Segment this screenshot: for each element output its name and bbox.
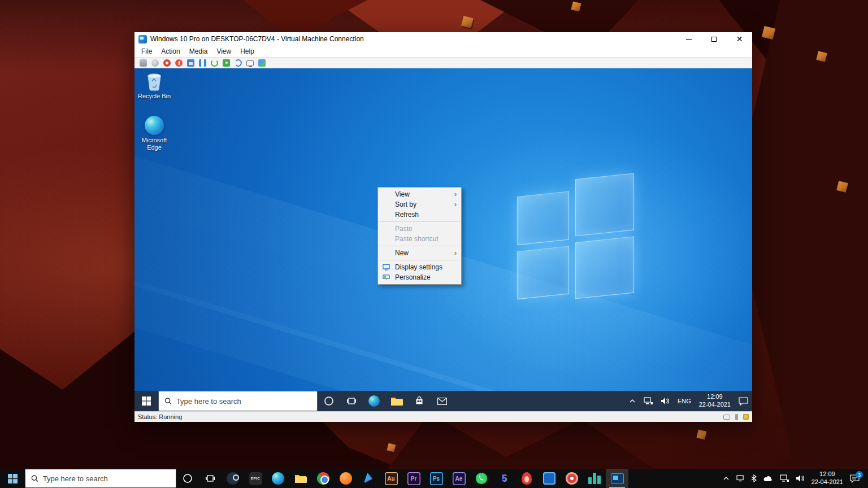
clock-time: 12:09 xyxy=(707,393,723,401)
taskbar-app-hyperv[interactable] xyxy=(606,469,628,488)
host-tray-volume[interactable] xyxy=(792,469,808,488)
host-tray-chevron[interactable] xyxy=(719,469,733,488)
vm-tray-chevron[interactable] xyxy=(625,391,640,411)
taskbar-app-premiere[interactable]: Pr xyxy=(402,469,425,488)
vm-cortana-button[interactable] xyxy=(318,391,340,411)
shut-down-icon[interactable] xyxy=(175,59,183,67)
menu-action[interactable]: Action xyxy=(157,46,184,56)
photoshop-icon: Ps xyxy=(430,472,443,485)
taskbar-app-orange[interactable] xyxy=(335,469,357,488)
host-tray-monitor[interactable] xyxy=(733,469,748,488)
cloud-icon xyxy=(763,476,773,482)
host-search-box[interactable] xyxy=(25,469,176,488)
cortana-icon xyxy=(183,473,193,483)
host-tray-onedrive[interactable] xyxy=(760,469,776,488)
taskbar-app-edge-dev[interactable]: 5 xyxy=(493,469,515,488)
bluetooth-icon xyxy=(751,474,757,482)
context-menu-item-personalize[interactable]: Personalize xyxy=(378,272,461,282)
personalize-icon xyxy=(383,274,390,281)
pause-icon[interactable] xyxy=(199,59,206,67)
context-menu-label: Sort by xyxy=(395,201,416,208)
vm-action-center-button[interactable] xyxy=(735,391,752,411)
vm-task-view-button[interactable] xyxy=(340,391,363,411)
share-icon[interactable] xyxy=(258,59,266,67)
host-cortana-button[interactable] xyxy=(176,469,199,488)
menu-help[interactable]: Help xyxy=(236,46,259,56)
maximize-button[interactable] xyxy=(701,32,727,46)
host-action-center-button[interactable]: 3 xyxy=(847,469,863,488)
context-menu-item-paste[interactable]: Paste xyxy=(378,224,461,234)
checkpoint-icon[interactable] xyxy=(223,59,230,67)
menu-file[interactable]: File xyxy=(137,46,157,56)
windows-logo-pane xyxy=(517,191,569,245)
start-vm-icon[interactable] xyxy=(151,59,159,67)
close-button[interactable]: ✕ xyxy=(727,32,752,46)
context-menu-item-sort-by[interactable]: Sort by › xyxy=(378,199,461,210)
submenu-arrow-icon: › xyxy=(454,249,457,257)
context-menu-item-new[interactable]: New › xyxy=(378,248,461,258)
vm-tray-volume[interactable] xyxy=(657,391,674,411)
vm-start-button[interactable] xyxy=(134,391,158,411)
menu-media[interactable]: Media xyxy=(185,46,212,56)
taskbar-app-camera[interactable] xyxy=(561,469,583,488)
chrome-icon xyxy=(317,472,329,485)
taskbar-app-steam[interactable] xyxy=(222,469,244,488)
vm-titlebar[interactable]: Windows 10 Pro on DESKTOP-06C7DV4 - Virt… xyxy=(134,32,752,46)
network-icon xyxy=(780,474,789,482)
enhanced-session-icon[interactable] xyxy=(246,60,254,66)
turn-off-icon[interactable] xyxy=(163,59,171,67)
vm-desktop[interactable]: Recycle Bin Microsoft Edge View › Sort b… xyxy=(134,68,752,411)
ctrl-alt-del-icon[interactable] xyxy=(140,59,147,67)
context-menu-item-refresh[interactable]: Refresh xyxy=(378,210,461,220)
vm-taskbar-file-explorer[interactable] xyxy=(385,391,408,411)
host-tray-bluetooth[interactable] xyxy=(748,469,760,488)
taskbar-app-audition[interactable]: Au xyxy=(380,469,402,488)
minimize-button[interactable] xyxy=(676,32,701,46)
vm-taskbar-edge[interactable] xyxy=(363,391,385,411)
vm-tray-clock[interactable]: 12:09 22-04-2021 xyxy=(695,391,735,411)
taskbar-app-flame[interactable] xyxy=(515,469,538,488)
windows-logo-left-column xyxy=(517,191,569,299)
epic-games-icon: EPIC xyxy=(249,472,262,485)
vm-tray-language[interactable]: ENG xyxy=(674,391,695,411)
windows-logo-right-column xyxy=(575,173,634,299)
windows-start-icon xyxy=(8,474,18,483)
taskbar-app-edge[interactable] xyxy=(267,469,289,488)
taskbar-app-chrome[interactable] xyxy=(312,469,335,488)
host-task-view-button[interactable] xyxy=(199,469,222,488)
save-vm-icon[interactable] xyxy=(187,59,194,67)
vm-tray-network[interactable] xyxy=(640,391,657,411)
host-tray-clock[interactable]: 12:09 22-04-2021 xyxy=(808,469,847,488)
host-start-button[interactable] xyxy=(0,469,25,488)
taskbar-app-city[interactable] xyxy=(583,469,606,488)
context-menu-label: View xyxy=(395,190,410,198)
language-indicator: ENG xyxy=(678,398,691,404)
revert-icon[interactable] xyxy=(235,59,242,67)
taskbar-app-dart[interactable] xyxy=(357,469,380,488)
menu-view[interactable]: View xyxy=(212,46,236,56)
notification-count-badge: 3 xyxy=(856,471,863,478)
context-menu-item-paste-shortcut[interactable]: Paste shortcut xyxy=(378,234,461,244)
taskbar-app-epic-games[interactable]: EPIC xyxy=(244,469,267,488)
taskbar-app-photoshop[interactable]: Ps xyxy=(425,469,448,488)
reset-icon[interactable] xyxy=(211,59,218,67)
host-search-input[interactable] xyxy=(43,474,170,483)
desktop-icon-microsoft-edge[interactable]: Microsoft Edge xyxy=(136,116,173,151)
vm-taskbar-store[interactable] xyxy=(408,391,431,411)
taskbar-app-blue[interactable] xyxy=(538,469,561,488)
context-menu-item-display-settings[interactable]: Display settings xyxy=(378,262,461,272)
host-tray-network[interactable] xyxy=(776,469,792,488)
hyperv-app-icon xyxy=(138,35,147,43)
windows-start-icon xyxy=(142,396,151,406)
screen: Windows 10 Pro on DESKTOP-06C7DV4 - Virt… xyxy=(0,0,868,488)
vm-taskbar-mail[interactable] xyxy=(431,391,453,411)
vm-search-box[interactable] xyxy=(158,391,318,411)
taskbar-app-whatsapp[interactable] xyxy=(470,469,493,488)
taskbar-app-after-effects[interactable]: Ae xyxy=(448,469,470,488)
taskbar-app-file-explorer[interactable] xyxy=(289,469,312,488)
vm-search-input[interactable] xyxy=(176,397,311,406)
file-explorer-icon xyxy=(294,473,307,483)
desktop-icon-recycle-bin[interactable]: Recycle Bin xyxy=(136,71,173,100)
context-menu-item-view[interactable]: View › xyxy=(378,189,461,199)
task-view-icon xyxy=(206,474,215,483)
